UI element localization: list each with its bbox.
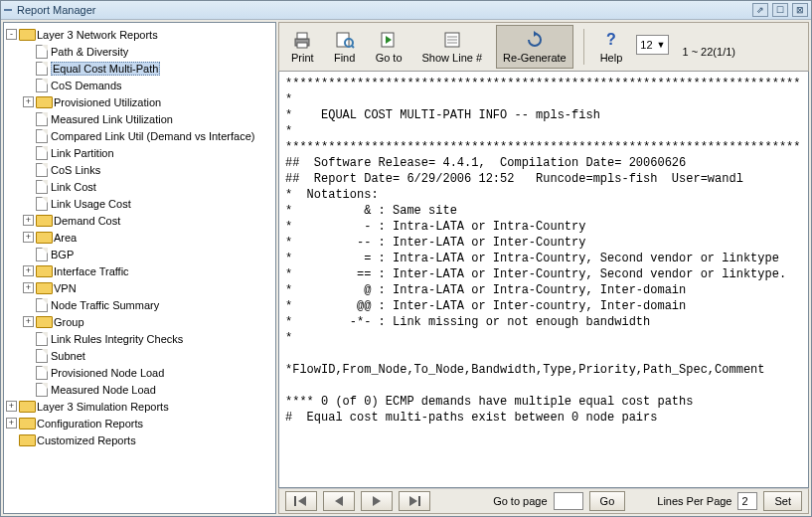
- tree-item[interactable]: Measured Node Load: [6, 381, 273, 398]
- tree-item[interactable]: CoS Demands: [6, 77, 273, 93]
- tree-item-label[interactable]: Measured Link Utilization: [51, 113, 173, 125]
- report-manager-window: Report Manager ⇗ ☐ ⊠ -Layer 3 Network Re…: [0, 0, 812, 517]
- expand-icon[interactable]: +: [6, 418, 17, 429]
- goto-page-input[interactable]: [554, 492, 583, 510]
- tree-item-label[interactable]: Link Usage Cost: [51, 198, 131, 210]
- tree-item-label[interactable]: Group: [54, 316, 84, 328]
- help-button[interactable]: ? Help: [594, 25, 629, 69]
- find-button[interactable]: Find: [328, 25, 362, 69]
- tree-item-label[interactable]: Path & Diversity: [51, 46, 128, 58]
- page-size-combo[interactable]: 12 ▼: [636, 35, 669, 55]
- tree-item[interactable]: Link Rules Integrity Checks: [6, 330, 273, 347]
- print-icon: [291, 30, 313, 50]
- file-icon: [36, 366, 48, 380]
- expand-icon[interactable]: +: [23, 316, 34, 327]
- expand-icon[interactable]: +: [23, 96, 34, 107]
- tree-item[interactable]: Link Cost: [6, 178, 273, 195]
- goto-button[interactable]: Go to: [370, 25, 408, 69]
- maximize-icon[interactable]: ☐: [772, 3, 788, 17]
- regenerate-button[interactable]: Re-Generate: [496, 25, 573, 69]
- tree-item-label[interactable]: Subnet: [51, 350, 85, 362]
- tree-item[interactable]: Link Usage Cost: [6, 195, 273, 212]
- tree-item-label[interactable]: Area: [54, 232, 77, 244]
- folder-icon: [19, 401, 34, 413]
- titlebar[interactable]: Report Manager ⇗ ☐ ⊠: [1, 1, 811, 20]
- file-icon: [36, 45, 48, 59]
- folder-icon: [19, 418, 34, 430]
- tree-item[interactable]: Node Traffic Summary: [6, 296, 273, 313]
- tree-item[interactable]: Compared Link Util (Demand vs Interface): [6, 127, 273, 144]
- file-icon: [36, 62, 48, 76]
- tree-item[interactable]: Path & Diversity: [6, 43, 273, 60]
- tree-item-label[interactable]: Interface Traffic: [54, 265, 129, 277]
- tree-item[interactable]: +Configuration Reports: [6, 415, 273, 431]
- tree-item[interactable]: +Layer 3 Simulation Reports: [6, 398, 273, 415]
- collapse-icon[interactable]: -: [6, 29, 17, 40]
- tree-item[interactable]: BGP: [6, 246, 273, 262]
- tree-item[interactable]: Measured Link Utilization: [6, 110, 273, 127]
- tree-item-label[interactable]: Provisioned Node Load: [51, 367, 164, 379]
- last-page-button[interactable]: [399, 491, 430, 511]
- expand-icon[interactable]: +: [23, 265, 34, 276]
- tree-item[interactable]: Subnet: [6, 347, 273, 364]
- tree-item-label[interactable]: Demand Cost: [54, 215, 120, 227]
- tree-item[interactable]: +Area: [6, 229, 273, 246]
- tree-item-label[interactable]: Configuration Reports: [37, 418, 143, 430]
- tree-item-label[interactable]: Measured Node Load: [51, 384, 156, 396]
- detach-icon[interactable]: ⇗: [752, 3, 768, 17]
- expand-icon[interactable]: +: [6, 401, 17, 412]
- tree-item-label[interactable]: Layer 3 Network Reports: [37, 29, 158, 41]
- tree-item-label[interactable]: Provisioned Utilization: [54, 96, 161, 108]
- tree-item[interactable]: +Demand Cost: [6, 212, 273, 229]
- tree-item-label[interactable]: BGP: [51, 249, 74, 260]
- expand-icon[interactable]: +: [23, 232, 34, 243]
- file-icon: [36, 332, 48, 346]
- svg-rect-2: [297, 43, 307, 48]
- show-line-button[interactable]: Show Line #: [416, 25, 489, 69]
- tree-item-label[interactable]: Customized Reports: [37, 434, 136, 446]
- expand-icon[interactable]: +: [23, 282, 34, 293]
- expand-icon[interactable]: +: [23, 215, 34, 226]
- file-icon: [36, 383, 48, 397]
- tree-item[interactable]: +VPN: [6, 279, 273, 296]
- tree-item[interactable]: -Layer 3 Network Reports: [6, 26, 273, 43]
- tree-item-label[interactable]: CoS Demands: [51, 80, 122, 91]
- tree-item[interactable]: Customized Reports: [6, 431, 273, 448]
- tree-item-label[interactable]: Link Rules Integrity Checks: [51, 333, 183, 345]
- next-page-button[interactable]: [361, 491, 393, 511]
- tree-item-label[interactable]: Equal Cost Multi-Path: [51, 62, 160, 76]
- folder-icon: [36, 215, 51, 227]
- tree-item-label[interactable]: Link Cost: [51, 181, 96, 193]
- tree-item[interactable]: CoS Links: [6, 161, 273, 178]
- tree-item-label[interactable]: Node Traffic Summary: [51, 299, 159, 311]
- tree-item[interactable]: Equal Cost Multi-Path: [6, 60, 273, 77]
- prev-page-button[interactable]: [323, 491, 355, 511]
- folder-icon: [36, 265, 51, 277]
- showline-icon: [441, 30, 463, 50]
- file-icon: [36, 197, 48, 211]
- tree-item[interactable]: +Provisioned Utilization: [6, 93, 273, 110]
- first-page-button[interactable]: [285, 491, 317, 511]
- tree-item-label[interactable]: CoS Links: [51, 164, 100, 176]
- folder-icon: [19, 29, 34, 41]
- tree-item[interactable]: +Interface Traffic: [6, 262, 273, 279]
- tree-item[interactable]: Provisioned Node Load: [6, 364, 273, 381]
- tree-item[interactable]: Link Partition: [6, 144, 273, 161]
- tree-item[interactable]: +Group: [6, 313, 273, 330]
- lines-per-page-input[interactable]: [737, 492, 757, 510]
- go-button[interactable]: Go: [589, 491, 626, 511]
- report-tree[interactable]: -Layer 3 Network ReportsPath & Diversity…: [3, 22, 276, 514]
- svg-line-5: [352, 46, 354, 48]
- tree-item-label[interactable]: VPN: [54, 282, 77, 294]
- file-icon: [36, 349, 48, 363]
- tree-item-label[interactable]: Compared Link Util (Demand vs Interface): [51, 130, 254, 142]
- file-icon: [36, 298, 48, 312]
- chevron-down-icon: ▼: [657, 40, 666, 50]
- set-button[interactable]: Set: [763, 491, 802, 511]
- report-content[interactable]: ****************************************…: [278, 72, 809, 488]
- close-icon[interactable]: ⊠: [792, 3, 808, 17]
- tree-item-label[interactable]: Layer 3 Simulation Reports: [37, 401, 169, 413]
- folder-icon: [36, 316, 51, 328]
- tree-item-label[interactable]: Link Partition: [51, 147, 114, 159]
- print-button[interactable]: Print: [285, 25, 320, 69]
